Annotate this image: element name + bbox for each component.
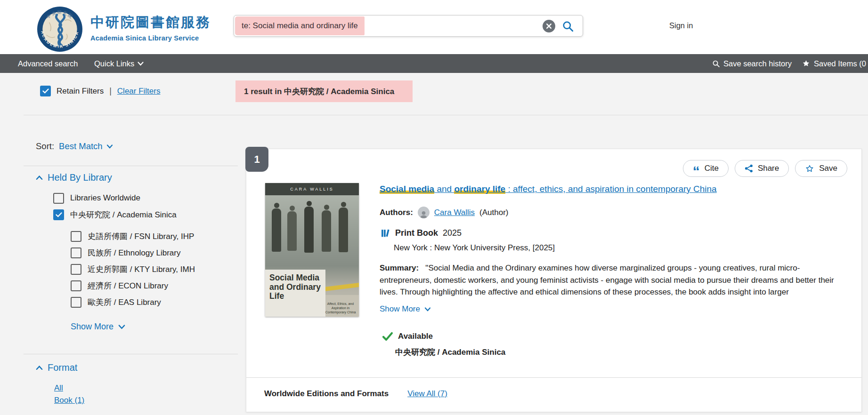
divider — [24, 115, 868, 115]
authors-row: Authors: Cara Wallis (Author) — [380, 207, 509, 218]
sort-label: Sort: — [36, 141, 54, 152]
retain-filters-row: Retain Filters | Clear Filters — [40, 86, 160, 96]
save-search-history-button[interactable]: Save search history — [712, 54, 792, 73]
search-history-icon — [712, 60, 720, 68]
cover-subtitle: Affect, Ethics, and Aspiration in Contem… — [324, 302, 357, 314]
result-index-badge: 1 — [245, 147, 268, 172]
print-book-icon — [381, 228, 390, 238]
format-all-link[interactable]: All — [54, 383, 63, 393]
divider — [24, 354, 238, 354]
checkbox-libraries-worldwide[interactable] — [53, 193, 64, 204]
chevron-up-icon — [36, 366, 43, 370]
chevron-down-icon — [106, 144, 113, 149]
share-icon — [745, 164, 753, 173]
facet-option: 中央研究院 / Academia Sinica — [53, 208, 177, 221]
saved-items-button[interactable]: Saved Items (0 — [802, 54, 866, 73]
chevron-down-icon — [138, 62, 144, 66]
divider — [246, 377, 861, 378]
format-name: Print Book — [395, 228, 438, 238]
sign-in-button[interactable]: Sign in — [669, 21, 693, 30]
clear-filters-link[interactable]: Clear Filters — [117, 87, 161, 96]
brand-title-cjk: 中研院圖書館服務 — [90, 13, 211, 32]
summary-block: Summary: "Social Media and the Ordinary … — [380, 262, 851, 298]
view-all-editions-link[interactable]: View All (7) — [407, 389, 447, 399]
cover-title: Social Media and Ordinary Life — [265, 270, 325, 317]
cite-button[interactable]: “ Cite — [683, 160, 729, 177]
sort-control: Sort: Best Match — [36, 141, 113, 152]
chevron-down-icon — [118, 325, 125, 329]
academia-sinica-logo[interactable]: 中央研究院 ACADEMIA SINICA — [37, 6, 83, 52]
retain-filters-checkbox[interactable] — [40, 86, 51, 96]
star-icon — [802, 59, 811, 68]
facet-option: 歐美所 / EAS Library — [71, 296, 161, 308]
summary-label: Summary: — [380, 263, 419, 272]
brand-title-en: Academia Sinica Library Service — [90, 34, 211, 42]
facet-option: 經濟所 / ECON Library — [71, 279, 168, 292]
divider — [24, 166, 238, 166]
chevron-down-icon — [424, 307, 431, 311]
clear-search-button[interactable] — [543, 20, 555, 32]
search-icon — [562, 20, 574, 32]
availability-label: Available — [398, 332, 433, 341]
facet-option: 史語所傅圖 / FSN Library, IHP — [71, 230, 194, 242]
result-title-link[interactable]: Social media and ordinary life : affect,… — [380, 184, 717, 194]
result-card: 1 “ Cite Share Save — [246, 149, 862, 412]
chevron-up-icon — [36, 176, 43, 180]
author-avatar-icon — [418, 207, 430, 218]
checkbox-academia-sinica[interactable] — [53, 209, 64, 220]
close-icon — [546, 23, 552, 29]
show-more-libraries-button[interactable]: Show More — [71, 322, 125, 332]
publisher-line: New York : New York University Press, [2… — [394, 243, 555, 253]
search-query-text: te: Social media and ordinary life — [235, 16, 365, 35]
result-count-banner: 1 result in 中央研究院 / Academia Sinica — [235, 80, 413, 102]
share-button[interactable]: Share — [735, 160, 789, 177]
save-button[interactable]: Save — [795, 160, 847, 177]
checkbox-econ-library[interactable] — [71, 280, 81, 291]
editions-label: Worldwide Editions and Formats — [264, 389, 389, 399]
separator: | — [109, 86, 112, 96]
check-icon — [56, 212, 62, 217]
facet-option: 民族所 / Ethnology Library — [71, 247, 180, 259]
format-row: Print Book 2025 — [381, 228, 462, 238]
format-book-link[interactable]: Book (1) — [54, 396, 84, 405]
show-more-summary-button[interactable]: Show More — [380, 304, 431, 314]
facet-option: Libraries Worldwide — [53, 192, 140, 204]
advanced-search-link[interactable]: Advanced search — [18, 54, 78, 73]
available-check-icon — [382, 332, 393, 341]
brand-block[interactable]: 中研院圖書館服務 Academia Sinica Library Service — [90, 13, 211, 42]
facet-held-by-library-header[interactable]: Held By Library — [36, 172, 112, 183]
availability-row: Available — [382, 332, 433, 341]
facet-option: 近史所郭圖 / KTY Library, IMH — [71, 263, 195, 275]
title-anchor: Social media and ordinary life : affect,… — [380, 184, 717, 194]
cover-author: CARA WALLIS — [265, 183, 359, 195]
checkbox-fsn-library[interactable] — [71, 231, 81, 242]
book-cover[interactable]: CARA WALLIS Social Media and Ordinary Li… — [265, 183, 359, 317]
check-icon — [42, 88, 49, 94]
editions-footer: Worldwide Editions and Formats View All … — [264, 389, 447, 399]
navigation-bar: Advanced search Quick Links Save search … — [0, 54, 868, 73]
checkbox-eas-library[interactable] — [71, 297, 81, 308]
quote-icon: “ — [693, 169, 700, 174]
search-submit-button[interactable] — [562, 20, 574, 32]
app-header: 中央研究院 ACADEMIA SINICA 中研院圖書館服務 Academia … — [0, 0, 868, 54]
holding-library: 中央研究院 / Academia Sinica — [395, 347, 505, 358]
checkbox-ethnology-library[interactable] — [71, 247, 81, 258]
sort-dropdown[interactable]: Best Match — [59, 141, 113, 152]
search-input[interactable]: te: Social media and ordinary life — [234, 15, 583, 37]
authors-label: Authors: — [380, 208, 413, 217]
quick-links-menu[interactable]: Quick Links — [94, 54, 144, 73]
publication-year: 2025 — [443, 228, 462, 238]
author-link[interactable]: Cara Wallis — [434, 208, 475, 217]
facet-format-header[interactable]: Format — [36, 362, 77, 373]
star-outline-icon — [805, 164, 814, 173]
result-actions: “ Cite Share Save — [683, 160, 847, 177]
retain-filters-label: Retain Filters — [57, 87, 104, 96]
author-role: (Author) — [479, 208, 508, 217]
summary-text: "Social Media and the Ordinary examines … — [380, 263, 834, 296]
checkbox-kty-library[interactable] — [71, 264, 81, 275]
